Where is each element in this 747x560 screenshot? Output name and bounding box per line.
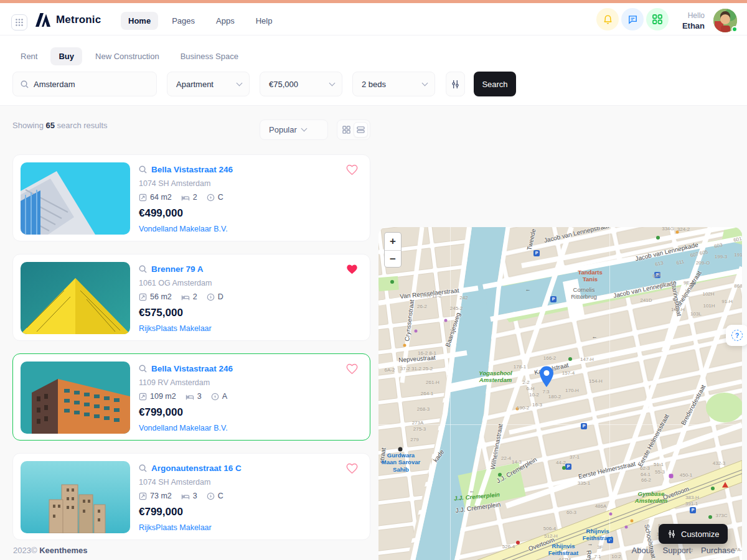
- property-type-select[interactable]: Apartment: [167, 72, 250, 96]
- view-toggle: [337, 119, 370, 140]
- search-icon: [139, 464, 147, 472]
- map[interactable]: + − Leaflet | © OpenStreetMap contributo…: [378, 227, 742, 560]
- listing-title[interactable]: Argonautenstraat 16 C: [139, 464, 242, 473]
- customize-label: Customize: [681, 530, 719, 539]
- listing-meta: 73 m23C: [139, 492, 223, 500]
- search-button[interactable]: Search: [474, 72, 516, 96]
- nav-pages[interactable]: Pages: [164, 12, 202, 30]
- beds-value: 2 beds: [362, 80, 418, 89]
- listing-card[interactable]: Bella Vistastraat 2461074 SH Amsterdam64…: [12, 154, 370, 241]
- zoom-out-button[interactable]: −: [385, 251, 401, 268]
- listing-title[interactable]: Brenner 79 A: [139, 264, 204, 274]
- four-squares-icon: [652, 14, 662, 24]
- sliders-icon: [667, 530, 676, 538]
- logo[interactable]: Metronic: [35, 13, 101, 27]
- sort-select[interactable]: Popular: [260, 119, 328, 140]
- search-icon: [139, 265, 147, 273]
- energy-label-icon: [207, 194, 215, 202]
- grid-view-button[interactable]: [339, 122, 354, 138]
- energy-meta: C: [207, 193, 223, 202]
- park-small-w: [378, 276, 399, 292]
- favorite-icon: [345, 363, 359, 375]
- area-icon: [139, 393, 147, 401]
- greeting-name: Ethan: [682, 21, 705, 32]
- listing-agent-link[interactable]: RijksPlaats Makelaar: [139, 523, 212, 532]
- energy-meta: D: [207, 292, 223, 301]
- listing-card[interactable]: Argonautenstraat 16 C1074 SH Amsterdam73…: [12, 453, 370, 540]
- bed-icon: [181, 194, 190, 202]
- listing-agent-link[interactable]: RijksPlaats Makelaar: [139, 324, 212, 333]
- listing-agent-link[interactable]: Vondelland Makelaar B.V.: [139, 225, 228, 233]
- footer-link-purchase[interactable]: Purchase: [701, 546, 735, 555]
- price-select[interactable]: €75,000: [260, 72, 342, 96]
- favorite-button[interactable]: [345, 462, 359, 477]
- search-icon: [21, 80, 29, 88]
- listing-title[interactable]: Bella Vistastraat 246: [139, 165, 233, 174]
- map-pin[interactable]: [537, 365, 556, 388]
- energy-label-icon: [207, 492, 215, 500]
- energy-label-icon: [207, 293, 215, 301]
- tab-new-construction[interactable]: New Construction: [87, 47, 167, 65]
- logo-text: Metronic: [56, 14, 101, 26]
- bed-icon: [181, 293, 190, 301]
- online-status-dot: [731, 26, 738, 32]
- map-base: [378, 227, 742, 560]
- area-icon: [139, 293, 147, 301]
- search-icon: [139, 365, 147, 373]
- energy-meta: A: [211, 392, 227, 401]
- listing-address: 1109 RV Amsterdam: [139, 378, 210, 387]
- tab-business-space[interactable]: Business Space: [172, 47, 247, 65]
- beds-select[interactable]: 2 beds: [352, 72, 435, 96]
- bed-icon: [181, 492, 190, 500]
- price-value: €75,000: [269, 80, 325, 89]
- user-greeting: Hello Ethan: [682, 11, 705, 32]
- listing-meta: 109 m23A: [139, 392, 227, 401]
- park-blob: [706, 393, 742, 422]
- favorite-icon: [345, 462, 359, 474]
- nav-apps[interactable]: Apps: [209, 12, 242, 30]
- sliders-icon: [451, 80, 460, 89]
- area-meta: 73 m2: [139, 492, 172, 500]
- main-nav: Home Pages Apps Help: [121, 12, 280, 30]
- chevron-down-icon: [422, 80, 428, 86]
- listing-card[interactable]: Bella Vistastraat 2461109 RV Amsterdam10…: [12, 353, 370, 441]
- nav-home[interactable]: Home: [121, 12, 158, 30]
- apps-button[interactable]: [646, 8, 669, 30]
- help-floating-button[interactable]: ?: [726, 325, 747, 346]
- nav-help[interactable]: Help: [248, 12, 280, 30]
- chevron-down-icon: [237, 80, 243, 86]
- brand-link[interactable]: Keenthemes: [39, 546, 87, 555]
- listing-agent-link[interactable]: Vondelland Makelaar B.V.: [139, 424, 228, 432]
- apps-grid-button[interactable]: [11, 14, 27, 30]
- listing-card[interactable]: Brenner 79 A1061 OG Amsterdam56 m22D€575…: [12, 254, 370, 341]
- area-icon: [139, 492, 147, 500]
- customize-button[interactable]: Customize: [659, 524, 728, 544]
- listing-meta: 56 m22D: [139, 292, 223, 301]
- area-icon: [139, 194, 147, 202]
- favorite-button[interactable]: [345, 263, 359, 278]
- energy-meta: C: [207, 492, 223, 500]
- chat-button[interactable]: [621, 8, 644, 30]
- sort-value: Popular: [260, 125, 297, 134]
- favorite-icon-filled: [345, 263, 359, 275]
- list-view-button[interactable]: [354, 122, 368, 138]
- metronic-logo-icon: [35, 13, 51, 27]
- favorite-button[interactable]: [345, 164, 359, 178]
- advanced-filters-button[interactable]: [446, 72, 465, 96]
- zoom-in-button[interactable]: +: [385, 233, 401, 250]
- favorite-button[interactable]: [345, 363, 359, 377]
- location-search-input[interactable]: Amsterdam: [12, 72, 157, 96]
- chat-bubble-icon: [627, 14, 638, 25]
- notifications-button[interactable]: [596, 8, 619, 30]
- listing-address: 1061 OG Amsterdam: [139, 279, 212, 287]
- area-meta: 109 m2: [139, 392, 176, 401]
- listing-photo: [21, 362, 130, 434]
- footer-link-support[interactable]: Support: [663, 546, 692, 555]
- tab-rent[interactable]: Rent: [12, 47, 45, 65]
- listing-title[interactable]: Bella Vistastraat 246: [139, 364, 233, 373]
- tab-buy[interactable]: Buy: [50, 47, 82, 65]
- question-icon: ?: [731, 330, 743, 341]
- search-icon: [139, 166, 147, 174]
- chevron-down-icon: [329, 80, 336, 86]
- footer-link-about[interactable]: About: [632, 546, 653, 555]
